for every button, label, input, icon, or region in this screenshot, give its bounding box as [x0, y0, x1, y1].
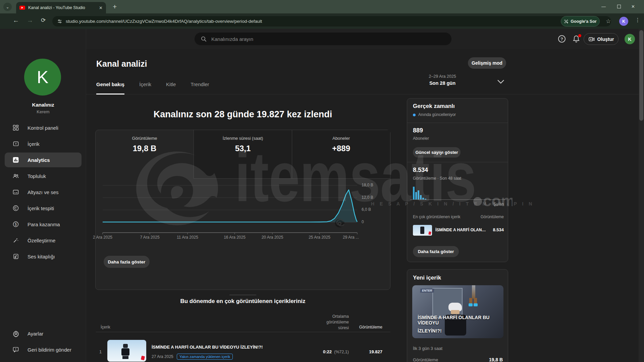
- period-selector[interactable]: Son 28 gün: [389, 80, 496, 86]
- tab-trendler[interactable]: Trendler: [191, 81, 209, 95]
- overview-card: Görüntüleme19,8 Bİzlenme süresi (saat)53…: [95, 130, 390, 290]
- reload-icon[interactable]: ⟳: [41, 17, 46, 24]
- new-content-views-label: Görüntüleme: [413, 357, 438, 362]
- thumbnail-red-mark: [141, 356, 145, 360]
- copyright-icon: [12, 204, 19, 212]
- content-icon: [12, 140, 19, 147]
- sidebar-item-ayarlar[interactable]: Ayarlar: [5, 326, 82, 341]
- help-icon[interactable]: ?: [558, 35, 566, 43]
- realtime-bar: [418, 190, 419, 199]
- audio-library-icon: [12, 253, 19, 260]
- sidebar-item-label: Analytics: [28, 157, 50, 163]
- realtime-baseline: [410, 199, 505, 200]
- new-content-thumbnail[interactable]: ENTER İSMİNDE A HARFİ OLANLAR BU VİDEOYU…: [412, 285, 503, 338]
- thumbnail-title-line1: İSMİNDE A HARFİ OLANLAR BU VİDEOYU: [418, 315, 503, 325]
- sidebar-item-i-çerik[interactable]: İçerik: [5, 136, 82, 151]
- site-settings-icon[interactable]: [57, 19, 62, 24]
- thumbnail-title-line2: İZLEYİN!?!: [418, 328, 442, 334]
- realtime-video-views: 8.534: [493, 227, 504, 232]
- sidebar-item-özelleştirme[interactable]: Özelleştirme: [5, 233, 82, 248]
- search-placeholder: Kanalınızda arayın: [211, 36, 253, 42]
- scrollbar-thumb[interactable]: [639, 30, 643, 121]
- section-divider: [229, 295, 256, 295]
- subtitles-icon: [12, 188, 19, 196]
- first-days-label: İlk 3 gün 3 saat: [413, 346, 442, 351]
- sidebar-item-altyazı-ve-ses[interactable]: Altyazı ve ses: [5, 185, 82, 199]
- views-line-chart: [96, 179, 390, 290]
- y-axis-tick-label: 12,0 B: [362, 195, 385, 200]
- browser-tab-title: Kanal analizi - YouTube Studio: [28, 5, 97, 10]
- realtime-video-title[interactable]: İSMİNDE A HARFİ OLAN…: [435, 228, 492, 232]
- sidebar-item-label: Kontrol paneli: [28, 125, 58, 131]
- sidebar-footer-nav: AyarlarGeri bildirim gönder: [0, 326, 86, 358]
- new-content-views-value: 19,8 B: [489, 357, 503, 362]
- analytics-icon: [12, 156, 19, 164]
- show-live-count-button[interactable]: Güncel sayıyı göster: [413, 147, 461, 158]
- sidebar-item-i-çerik-tespiti[interactable]: İçerik tespiti: [5, 201, 82, 216]
- sidebar-item-label: Para kazanma: [28, 222, 60, 227]
- thumbnail-enter-sign: ENTER: [420, 289, 434, 293]
- new-content-card: Yeni içerik ENTER İSMİNDE A HARFİ OLANLA…: [407, 269, 508, 362]
- notifications-bell-icon[interactable]: [572, 35, 581, 44]
- realtime-subscribers-label: Aboneler: [413, 136, 429, 141]
- browser-tab[interactable]: Kanal analizi - YouTube Studio ✕: [16, 2, 106, 13]
- create-button[interactable]: Oluştur: [584, 33, 619, 45]
- top-content-heading: Bu dönemde en çok görüntülenen içerikler…: [95, 298, 390, 305]
- sidebar-item-kontrol-paneli[interactable]: Kontrol paneli: [5, 120, 82, 135]
- window-minimize-button[interactable]: —: [601, 4, 606, 9]
- sidebar-item-topluluk[interactable]: Topluluk: [5, 169, 82, 183]
- sidebar-item-label: Özelleştirme: [28, 238, 55, 243]
- y-axis-tick-label: 18,0 B: [362, 183, 385, 187]
- tab-search-button[interactable]: ⌄: [3, 3, 12, 11]
- realtime-views-value: 8.534: [413, 167, 428, 174]
- sidebar-item-ses-kitaplığı[interactable]: Ses kitaplığı: [5, 249, 82, 264]
- realtime-title: Gerçek zamanlı: [413, 103, 455, 110]
- new-content-title: Yeni içerik: [413, 275, 441, 281]
- new-tab-button[interactable]: +: [113, 3, 117, 11]
- bookmark-star-icon[interactable]: ☆: [606, 18, 611, 25]
- period-range: 2–29 Ara 2025: [389, 74, 496, 79]
- metric-tab-i-zlenme-süresi-saat-[interactable]: İzlenme süresi (saat)53,1: [194, 130, 292, 179]
- window-maximize-button[interactable]: [617, 5, 621, 8]
- ask-google-label: Google'a Sor: [571, 19, 596, 24]
- tab-close-icon[interactable]: ✕: [99, 5, 103, 10]
- metric-tab-görüntüleme[interactable]: Görüntüleme19,8 B: [96, 130, 194, 179]
- sidebar-item-label: Ayarlar: [28, 331, 43, 337]
- sidebar-item-analytics[interactable]: Analytics: [5, 153, 82, 167]
- realtime-bars-chart: [413, 185, 503, 199]
- browser-profile-avatar[interactable]: K: [619, 17, 628, 26]
- column-header-content[interactable]: İçerik: [101, 325, 110, 329]
- metric-value: 19,8 B: [133, 144, 157, 153]
- sidebar-item-label: İçerik: [28, 141, 40, 147]
- metric-tab-aboneler[interactable]: Aboneler+889: [292, 130, 390, 179]
- gear-icon: [12, 330, 19, 337]
- show-more-button[interactable]: Daha fazla göster: [104, 256, 150, 268]
- realtime-bar: [420, 195, 422, 199]
- back-icon[interactable]: ←: [13, 17, 19, 24]
- window-close-button[interactable]: ✕: [631, 4, 635, 9]
- url-bar[interactable]: studio.youtube.com/channel/UCzZxzgVCwZrn…: [52, 16, 611, 26]
- notification-badge: [578, 34, 581, 37]
- ask-google-button[interactable]: Google'a Sor: [561, 16, 600, 26]
- column-header-views[interactable]: Görüntüleme: [315, 325, 382, 329]
- tab-i̇çerik[interactable]: İçerik: [139, 81, 151, 95]
- search-input[interactable]: Kanalınızda arayın: [195, 33, 451, 45]
- chevron-down-icon[interactable]: [497, 79, 504, 84]
- sidebar-item-geri-bildirim-gönder[interactable]: Geri bildirim gönder: [5, 342, 82, 357]
- advanced-mode-button[interactable]: Gelişmiş mod: [468, 57, 506, 69]
- studio-account-avatar[interactable]: K: [625, 34, 635, 44]
- realtime-views-label: Görüntüleme · Son 48 saat: [413, 176, 461, 181]
- x-axis-tick-label: 20 Ara 2025: [257, 235, 287, 240]
- metric-label: Aboneler: [332, 136, 350, 141]
- forward-icon[interactable]: →: [27, 17, 33, 24]
- avg-header-line: Ortalama: [282, 314, 349, 319]
- avg-header-line: görüntüleme: [282, 319, 349, 325]
- video-title[interactable]: İSMİNDE A HARFİ OLANLAR BU VİDEOYU İZLEY…: [152, 345, 263, 350]
- channel-avatar[interactable]: K: [24, 59, 61, 96]
- realtime-show-more-button[interactable]: Daha fazla göster: [413, 246, 459, 257]
- tab-kitle[interactable]: Kitle: [166, 81, 176, 95]
- table-row[interactable]: 1 İSMİNDE A HARFİ OLANLAR BU VİDEOYU İZL…: [96, 337, 390, 362]
- sidebar-item-para-kazanma[interactable]: $Para kazanma: [5, 217, 82, 232]
- tab-genel-bakış[interactable]: Genel bakış: [96, 81, 124, 95]
- browser-menu-icon[interactable]: ⋮: [635, 17, 640, 23]
